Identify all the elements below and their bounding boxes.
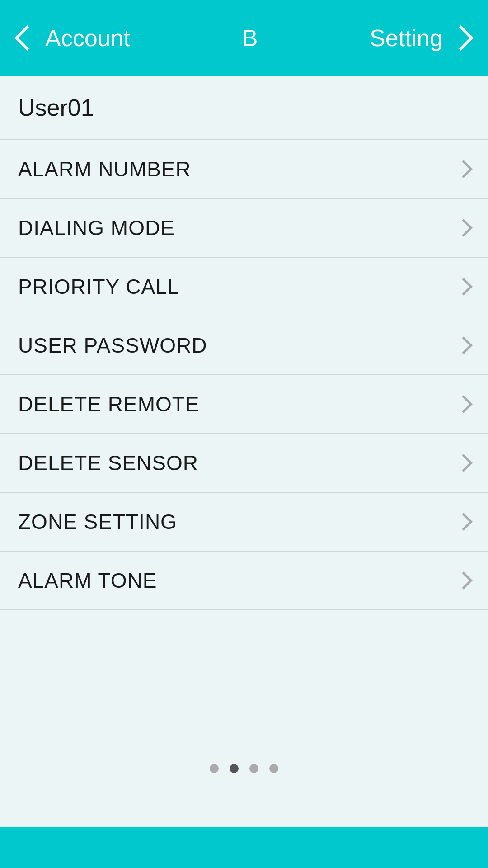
menu-list: ALARM NUMBERDIALING MODEPRIORITY CALLUSE… (0, 140, 488, 610)
chevron-right-icon (455, 219, 473, 237)
menu-item-label-user-password: USER PASSWORD (18, 333, 207, 358)
page-dot-1[interactable] (230, 764, 239, 773)
chevron-right-icon (455, 160, 473, 178)
menu-item-label-priority-call: PRIORITY CALL (18, 274, 179, 299)
chevron-right-icon (455, 454, 473, 472)
menu-item-label-alarm-tone: ALARM TONE (18, 568, 157, 593)
menu-item-zone-setting[interactable]: ZONE SETTING (0, 493, 488, 552)
menu-item-label-delete-remote: DELETE REMOTE (18, 392, 200, 416)
menu-item-delete-sensor[interactable]: DELETE SENSOR (0, 434, 488, 493)
page-dot-3[interactable] (269, 764, 278, 773)
menu-item-delete-remote[interactable]: DELETE REMOTE (0, 375, 488, 434)
chevron-right-icon (455, 278, 473, 296)
menu-item-alarm-tone[interactable]: ALARM TONE (0, 552, 488, 610)
menu-item-user-password[interactable]: USER PASSWORD (0, 316, 488, 375)
back-button[interactable]: Account (18, 24, 130, 52)
page-dots (210, 764, 278, 773)
footer-bar (0, 827, 488, 868)
menu-item-label-dialing-mode: DIALING MODE (18, 216, 175, 240)
forward-button[interactable]: Setting (370, 24, 470, 52)
menu-item-alarm-number[interactable]: ALARM NUMBER (0, 140, 488, 199)
chevron-left-icon (14, 25, 40, 51)
menu-item-label-zone-setting: ZONE SETTING (18, 509, 177, 534)
username-row: User01 (0, 76, 488, 140)
content-area: User01 ALARM NUMBERDIALING MODEPRIORITY … (0, 76, 488, 827)
chevron-right-icon (455, 336, 473, 354)
forward-label: Setting (370, 24, 443, 52)
chevron-right-icon (448, 25, 474, 51)
chevron-right-icon (455, 571, 473, 590)
menu-item-dialing-mode[interactable]: DIALING MODE (0, 199, 488, 258)
page-dot-2[interactable] (249, 764, 258, 773)
chevron-right-icon (455, 513, 473, 531)
back-label: Account (45, 24, 130, 52)
username-value: User01 (18, 94, 94, 121)
menu-item-priority-call[interactable]: PRIORITY CALL (0, 258, 488, 316)
bottom-area (0, 610, 488, 827)
chevron-right-icon (455, 395, 473, 413)
menu-item-label-alarm-number: ALARM NUMBER (18, 157, 191, 181)
page-dot-0[interactable] (210, 764, 219, 773)
menu-item-label-delete-sensor: DELETE SENSOR (18, 451, 198, 475)
app-header: Account B Setting (0, 0, 488, 76)
header-title: B (242, 24, 258, 52)
